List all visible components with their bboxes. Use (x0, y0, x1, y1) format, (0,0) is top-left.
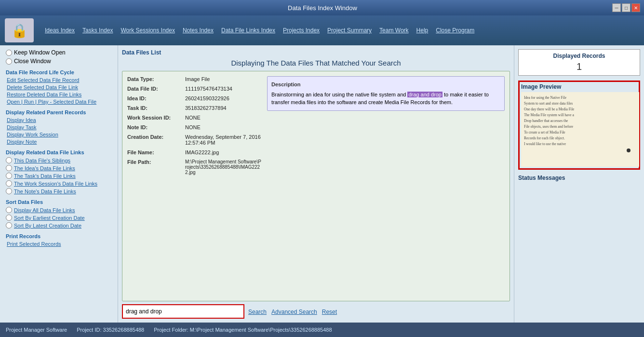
record-fields: Data Type: Image File Data File ID: 1111… (127, 76, 262, 296)
minimize-button[interactable]: ─ (612, 3, 621, 12)
image-preview-image: Idea for using the Native File System to… (521, 92, 639, 167)
restore-button[interactable]: □ (622, 3, 631, 12)
file-name-label: File Name: (127, 149, 185, 155)
creation-date-value: Wednesday, September 7, 2016 12:57:46 PM (185, 134, 262, 146)
siblings-radio[interactable] (6, 157, 12, 163)
reset-button[interactable]: Reset (322, 309, 337, 315)
idea-id-row: Idea ID: 260241590322926 (127, 95, 262, 101)
search-button[interactable]: Search (248, 309, 267, 315)
idea-links-radio[interactable] (6, 165, 12, 171)
note-id-value: NONE (185, 124, 201, 130)
close-window-label: Close Window (14, 58, 51, 65)
statusbar-app-name: Project Manager Software (6, 327, 67, 333)
nav-help[interactable]: Help (413, 25, 432, 36)
right-panel: Displayed Records 1 Image Preview Idea f… (514, 45, 644, 323)
data-type-row: Data Type: Image File (127, 76, 262, 82)
siblings-option[interactable]: This Data File's Siblings (6, 157, 112, 163)
statusbar-project-id: Project ID: 33526268885488 (77, 327, 144, 333)
record-description: Description Brainstorming an idea for us… (267, 76, 505, 296)
task-links-radio[interactable] (6, 173, 12, 179)
nav-projects-index[interactable]: Projects Index (279, 25, 323, 36)
work-session-links-option[interactable]: The Work Session's Data File Links (6, 180, 112, 187)
sort-earliest-label: Sort By Earliest Creation Date (14, 215, 85, 221)
display-task-link[interactable]: Display Task (6, 124, 112, 130)
keep-window-open-option[interactable]: Keep Window Open (6, 49, 112, 56)
data-file-id-label: Data File ID: (127, 86, 185, 92)
nav-close-program[interactable]: Close Program (432, 25, 478, 36)
displayed-records-value: 1 (522, 61, 637, 72)
nav-ideas-index[interactable]: Ideas Index (41, 25, 79, 36)
sort-earliest-radio[interactable] (6, 215, 12, 221)
file-path-label: File Path: (127, 159, 185, 175)
print-selected-link[interactable]: Print Selected Records (6, 241, 112, 247)
open-run-play-link[interactable]: Open | Run | Play - Selected Data File (6, 99, 112, 105)
nav-work-sessions-index[interactable]: Work Sessions Index (117, 25, 179, 36)
close-button[interactable]: ✕ (631, 3, 640, 12)
sort-latest-option[interactable]: Sort By Latest Creation Date (6, 222, 112, 229)
sort-latest-radio[interactable] (6, 222, 12, 229)
display-related-parent-title: Display Related Parent Records (6, 109, 112, 115)
work-session-id-label: Work Session ID: (127, 115, 185, 121)
advanced-search-button[interactable]: Advanced Search (271, 309, 317, 315)
titlebar-title: Data Files Index Window (288, 4, 357, 12)
note-line-4: The Media File system will have a (524, 112, 636, 118)
search-display-title: Displaying The Data Files That Matched Y… (122, 59, 510, 67)
statusbar-project-folder: Project Folder: M:\Project Management So… (154, 327, 332, 333)
displayed-records-title: Displayed Records (522, 53, 637, 59)
description-title: Description (271, 81, 500, 89)
work-session-links-radio[interactable] (6, 180, 12, 187)
note-line-2: System to sort and store data files (524, 101, 636, 107)
display-idea-link[interactable]: Display Idea (6, 117, 112, 123)
idea-links-option[interactable]: The Idea's Data File Links (6, 165, 112, 171)
display-all-radio[interactable] (6, 207, 12, 213)
nav-project-summary[interactable]: Project Summary (323, 25, 376, 36)
file-name-row: File Name: IMAG2222.jpg (127, 149, 262, 155)
titlebar: Data Files Index Window ─ □ ✕ (0, 0, 644, 15)
nav-notes-index[interactable]: Notes Index (179, 25, 217, 36)
statusbar-project-id-label: Project ID: (77, 327, 101, 333)
search-bar: Search Advanced Search Reset (122, 304, 510, 319)
note-links-label: The Note's Data File Links (14, 189, 76, 194)
display-all-label: Display All Data File Links (14, 207, 75, 213)
navbar: 🔒 Ideas Index Tasks Index Work Sessions … (0, 15, 644, 45)
search-input[interactable] (123, 305, 243, 318)
keep-window-radio[interactable] (6, 50, 12, 56)
main-layout: Keep Window Open Close Window Data File … (0, 45, 644, 323)
note-links-radio[interactable] (6, 188, 12, 194)
file-name-value: IMAG2222.jpg (185, 149, 219, 155)
task-id-value: 35183262737894 (185, 105, 227, 111)
note-links-option[interactable]: The Note's Data File Links (6, 188, 112, 194)
nav-team-work[interactable]: Team Work (376, 25, 412, 36)
nav-tasks-index[interactable]: Tasks Index (79, 25, 117, 36)
task-links-option[interactable]: The Task's Data File Links (6, 173, 112, 179)
keep-window-label: Keep Window Open (14, 49, 66, 56)
work-session-id-row: Work Session ID: NONE (127, 115, 262, 121)
nav-data-file-links-index[interactable]: Data File Links Index (217, 25, 279, 36)
delete-selected-link[interactable]: Delete Selected Data File Link (6, 84, 112, 90)
status-messages-title: Status Messages (518, 175, 640, 181)
siblings-label: This Data File's Siblings (14, 158, 70, 163)
creation-date-row: Creation Date: Wednesday, September 7, 2… (127, 134, 262, 146)
close-window-radio[interactable] (6, 58, 12, 65)
note-line-7: To create a set of Media File (524, 130, 636, 135)
task-id-row: Task ID: 35183262737894 (127, 105, 262, 111)
display-related-data-title: Display Related Data File Links (6, 149, 112, 155)
statusbar-project-folder-value: M:\Project Management Software\Projects\… (190, 327, 332, 333)
note-line-8: Records for each file object. (524, 135, 636, 141)
display-all-option[interactable]: Display All Data File Links (6, 207, 112, 213)
display-note-link[interactable]: Display Note (6, 139, 112, 145)
idea-id-label: Idea ID: (127, 95, 185, 101)
task-id-label: Task ID: (127, 105, 185, 111)
file-path-value: M:\Project Management Software\Projects\… (185, 159, 262, 175)
edit-selected-link[interactable]: Edit Selected Data File Record (6, 77, 112, 83)
note-line-1: Idea for using the Native File (524, 95, 636, 101)
restore-deleted-link[interactable]: Restore Deleted Data File Links (6, 92, 112, 97)
statusbar: Project Manager Software Project ID: 335… (0, 323, 644, 337)
list-title: Data Files List (122, 49, 510, 56)
creation-date-label: Creation Date: (127, 134, 185, 146)
sort-earliest-option[interactable]: Sort By Earliest Creation Date (6, 215, 112, 221)
close-window-option[interactable]: Close Window (6, 58, 112, 65)
note-line-5: Drop handler that accesses the (524, 118, 636, 124)
display-work-session-link[interactable]: Display Work Session (6, 132, 112, 137)
note-id-row: Note ID: NONE (127, 124, 262, 130)
